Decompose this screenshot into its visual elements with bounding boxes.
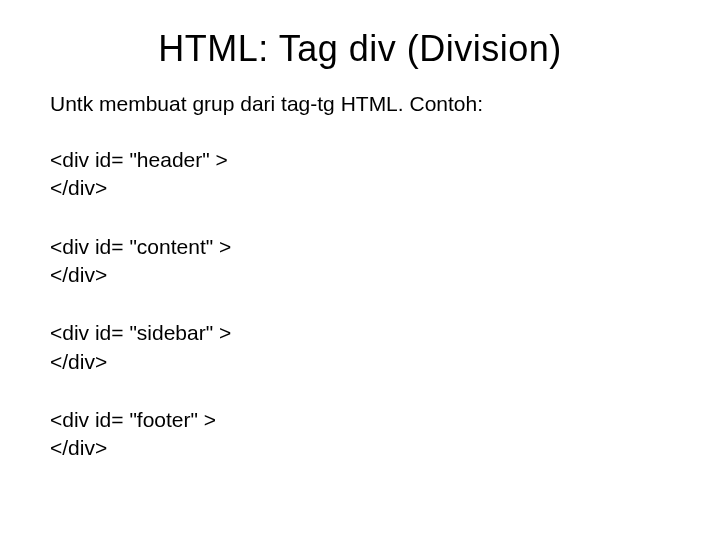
code-line: <div id= "sidebar" > [50,319,670,347]
code-example-header: <div id= "header" > </div> [50,146,670,203]
code-example-footer: <div id= "footer" > </div> [50,406,670,463]
slide-title: HTML: Tag div (Division) [50,28,670,70]
code-line: </div> [50,174,670,202]
code-example-content: <div id= "content" > </div> [50,233,670,290]
code-line: <div id= "footer" > [50,406,670,434]
slide-description: Untk membuat grup dari tag-tg HTML. Cont… [50,92,670,116]
code-example-sidebar: <div id= "sidebar" > </div> [50,319,670,376]
code-line: <div id= "header" > [50,146,670,174]
code-line: </div> [50,434,670,462]
code-line: </div> [50,261,670,289]
code-line: <div id= "content" > [50,233,670,261]
code-line: </div> [50,348,670,376]
